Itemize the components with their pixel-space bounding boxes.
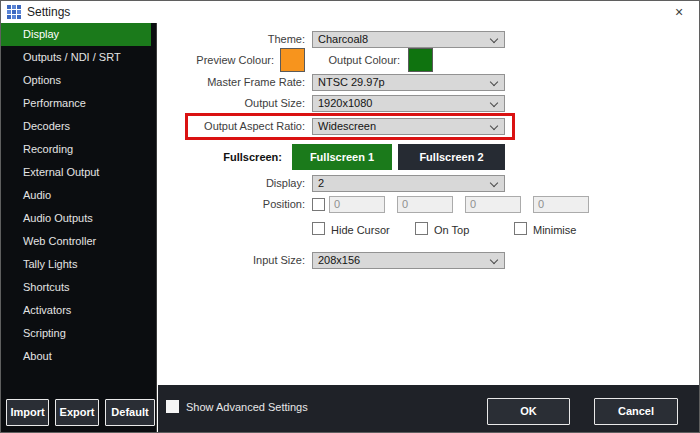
output-colour-label: Output Colour: [313, 48, 400, 72]
hide-cursor-label: Hide Cursor [331, 223, 390, 237]
title-bar: Settings × [1, 1, 699, 23]
input-size-label: Input Size: [158, 252, 305, 269]
sidebar-item-tally-lights[interactable]: Tally Lights [1, 253, 151, 276]
theme-label: Theme: [158, 31, 305, 48]
cancel-button[interactable]: Cancel [594, 398, 678, 425]
default-button[interactable]: Default [105, 399, 155, 426]
display-value: 2 [318, 177, 324, 189]
sidebar-item-external-output[interactable]: External Output [1, 161, 151, 184]
preview-colour-label: Preview Colour: [158, 48, 274, 72]
theme-value: Charcoal8 [318, 33, 368, 45]
minimise-checkbox[interactable] [514, 222, 527, 235]
output-size-row: Output Size: 1920x1080 [158, 95, 699, 112]
on-top-label: On Top [434, 223, 469, 237]
input-size-row: Input Size: 208x156 [158, 252, 699, 269]
sidebar-item-about[interactable]: About [1, 345, 151, 368]
chevron-down-icon [490, 99, 498, 107]
import-button[interactable]: Import [6, 399, 49, 426]
output-aspect-ratio-row: Output Aspect Ratio: Widescreen [158, 118, 699, 135]
input-size-select[interactable]: 208x156 [312, 252, 505, 269]
output-aspect-ratio-label: Output Aspect Ratio: [158, 118, 305, 135]
sidebar-item-activators[interactable]: Activators [1, 299, 151, 322]
input-size-value: 208x156 [318, 254, 360, 266]
window-title: Settings [27, 5, 70, 19]
chevron-down-icon [490, 78, 498, 86]
settings-window: Settings × Display Outputs / NDI / SRT O… [0, 0, 700, 433]
display-select[interactable]: 2 [312, 175, 505, 192]
output-size-value: 1920x1080 [318, 97, 372, 109]
close-icon[interactable]: × [670, 3, 688, 21]
colour-row: Preview Colour: Output Colour: [158, 48, 699, 72]
sidebar-item-shortcuts[interactable]: Shortcuts [1, 276, 151, 299]
position-width-input[interactable]: 0 [465, 196, 521, 213]
position-y-input[interactable]: 0 [397, 196, 453, 213]
master-frame-rate-row: Master Frame Rate: NTSC 29.97p [158, 74, 699, 91]
display-settings-panel: Theme: Charcoal8 Preview Colour: Output … [158, 23, 699, 385]
sidebar-item-audio-outputs[interactable]: Audio Outputs [1, 207, 151, 230]
ok-button[interactable]: OK [487, 398, 570, 425]
sidebar: Display Outputs / NDI / SRT Options Perf… [1, 23, 157, 432]
theme-row: Theme: Charcoal8 [158, 31, 699, 48]
chevron-down-icon [490, 179, 498, 187]
fullscreen-label: Fullscreen: [158, 144, 282, 170]
chevron-down-icon [490, 35, 498, 43]
sidebar-item-web-controller[interactable]: Web Controller [1, 230, 151, 253]
output-aspect-ratio-select[interactable]: Widescreen [312, 118, 505, 135]
preview-colour-swatch[interactable] [280, 48, 305, 72]
sidebar-footer-buttons: Import Export Default [6, 399, 155, 426]
sidebar-item-options[interactable]: Options [1, 69, 151, 92]
chevron-down-icon [490, 122, 498, 130]
fullscreen-options-row: Hide Cursor On Top Minimise [158, 222, 699, 237]
sidebar-item-recording[interactable]: Recording [1, 138, 151, 161]
output-size-label: Output Size: [158, 95, 305, 112]
display-label: Display: [158, 175, 305, 192]
minimise-label: Minimise [533, 223, 576, 237]
position-x-input[interactable]: 0 [329, 196, 385, 213]
sidebar-item-decoders[interactable]: Decoders [1, 115, 151, 138]
sidebar-item-audio[interactable]: Audio [1, 184, 151, 207]
position-height-input[interactable]: 0 [533, 196, 589, 213]
sidebar-item-scripting[interactable]: Scripting [1, 322, 151, 345]
chevron-down-icon [490, 256, 498, 264]
dialog-footer: Show Advanced Settings OK Cancel [158, 385, 699, 432]
output-colour-swatch[interactable] [408, 48, 433, 72]
output-aspect-ratio-value: Widescreen [318, 120, 376, 132]
export-button[interactable]: Export [55, 399, 99, 426]
theme-select[interactable]: Charcoal8 [312, 31, 505, 48]
sidebar-item-display[interactable]: Display [1, 23, 151, 46]
master-frame-rate-label: Master Frame Rate: [158, 74, 305, 91]
position-row: Position: 0 0 0 0 [158, 196, 699, 213]
on-top-checkbox[interactable] [415, 222, 428, 235]
display-row: Display: 2 [158, 175, 699, 192]
position-label: Position: [158, 196, 305, 213]
sidebar-item-outputs-ndi-srt[interactable]: Outputs / NDI / SRT [1, 46, 151, 69]
master-frame-rate-select[interactable]: NTSC 29.97p [312, 74, 505, 91]
show-advanced-settings-label: Show Advanced Settings [186, 400, 308, 414]
master-frame-rate-value: NTSC 29.97p [318, 76, 385, 88]
sidebar-item-performance[interactable]: Performance [1, 92, 151, 115]
fullscreen-2-button[interactable]: Fullscreen 2 [398, 144, 505, 170]
show-advanced-settings-checkbox[interactable] [166, 400, 179, 413]
fullscreen-1-button[interactable]: Fullscreen 1 [292, 144, 392, 170]
output-size-select[interactable]: 1920x1080 [312, 95, 505, 112]
hide-cursor-checkbox[interactable] [312, 222, 325, 235]
vmix-logo-icon [7, 5, 21, 19]
position-checkbox[interactable] [312, 198, 325, 211]
fullscreen-row: Fullscreen: Fullscreen 1 Fullscreen 2 [158, 144, 699, 170]
